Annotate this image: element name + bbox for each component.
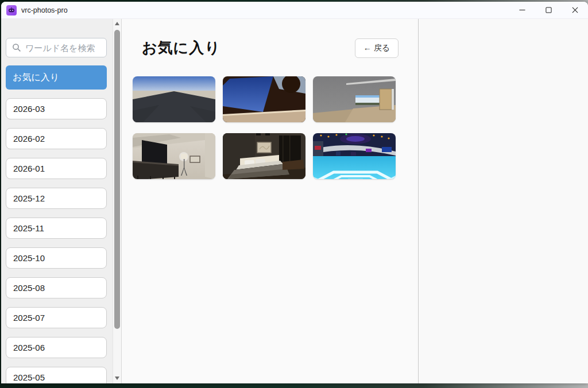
triangle-up-icon[interactable] [115,22,119,25]
minimize-icon[interactable] [509,2,535,18]
photo-grid [133,76,418,179]
app-window: vrc-photos-pro お気に入り 2026-03 [1,2,588,383]
sidebar-item-month[interactable]: 2026-03 [6,98,107,119]
photo-thumbnail[interactable] [133,76,215,122]
sidebar-item-month[interactable]: 2026-02 [6,128,107,149]
photo-thumbnail[interactable] [133,133,215,179]
sidebar-item-month[interactable]: 2025-08 [6,277,107,298]
right-panel [419,19,588,383]
photo-thumbnail[interactable] [223,133,305,179]
photo-thumbnail[interactable] [313,133,396,179]
sidebar: お気に入り 2026-03 2026-02 2026-01 2025-12 20… [1,19,113,383]
window-controls [509,2,588,18]
robot-icon [6,5,17,15]
photo-thumbnail[interactable] [223,76,305,122]
close-icon[interactable] [562,2,588,18]
maximize-icon[interactable] [535,2,562,18]
window-title: vrc-photos-pro [21,6,68,14]
page-title: お気に入り [142,38,220,58]
sidebar-item-month[interactable]: 2025-07 [6,307,107,328]
sidebar-item-month[interactable]: 2025-11 [6,218,107,239]
sidebar-scrollbar[interactable] [113,19,122,383]
triangle-down-icon[interactable] [115,377,119,380]
sidebar-item-month[interactable]: 2025-12 [6,188,107,209]
sidebar-item-month[interactable]: 2025-06 [6,337,107,358]
sidebar-item-month[interactable]: 2026-01 [6,158,107,179]
photo-thumbnail[interactable] [313,76,396,122]
world-search-box[interactable] [6,38,107,57]
world-search-input[interactable] [25,43,100,53]
magnifier-icon [12,43,21,52]
main-header: お気に入り ← 戻る [122,19,418,58]
sidebar-item-favorites[interactable]: お気に入り [6,65,107,90]
sidebar-item-month[interactable]: 2025-10 [6,247,107,269]
titlebar: vrc-photos-pro [1,2,588,19]
sidebar-item-month[interactable]: 2025-05 [6,367,107,383]
back-button[interactable]: ← 戻る [355,38,399,58]
scrollbar-thumb[interactable] [114,30,120,329]
main-content: お気に入り ← 戻る [122,19,419,383]
